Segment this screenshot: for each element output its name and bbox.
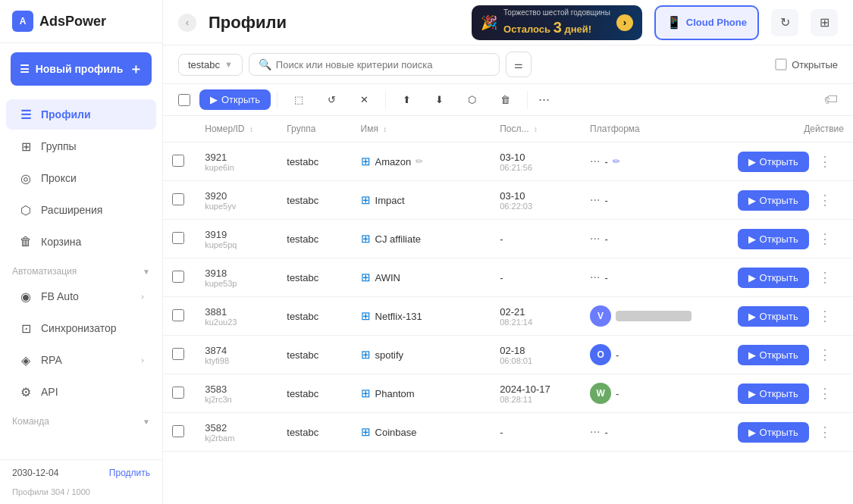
sidebar-item-fb-auto[interactable]: ◉ FB Auto › (6, 281, 156, 311)
grid-view-button[interactable]: ⊞ (811, 9, 838, 36)
open-profile-button[interactable]: ▶Открыть (738, 152, 809, 172)
sidebar-item-api[interactable]: ⚙ API (6, 377, 156, 407)
row-checkbox[interactable] (172, 387, 184, 399)
delete-button[interactable]: 🗑 (490, 89, 521, 110)
row-action-group: ▶Открыть⋮ (738, 227, 844, 250)
row-checkbox[interactable] (172, 271, 184, 283)
row-group: testabc (287, 427, 318, 438)
platform-cell: ···- (590, 232, 720, 246)
api-icon: ⚙ (18, 384, 33, 399)
row-more-button[interactable]: ⋮ (815, 189, 835, 211)
proxy-icon: ◎ (18, 171, 33, 186)
row-more-button[interactable]: ⋮ (815, 305, 835, 327)
refresh-button[interactable]: ↻ (771, 9, 798, 36)
profiles-table: Номер/ID ↕ Группа Имя ↕ Посл... ↕ Платфо… (163, 116, 853, 452)
search-input[interactable] (276, 59, 490, 70)
row-checkbox[interactable] (172, 309, 184, 321)
cloud-phone-label: Cloud Phone (686, 17, 747, 28)
row-more-button[interactable]: ⋮ (815, 227, 835, 250)
open-profile-button[interactable]: ▶Открыть (738, 268, 809, 288)
row-more-button[interactable]: ⋮ (815, 266, 835, 289)
windows-icon: ⊞ (361, 348, 371, 362)
last-time: 06:21:56 (500, 163, 572, 172)
close-button[interactable]: ✕ (350, 89, 379, 110)
platform-cell: W- (590, 383, 720, 404)
open-selected-button[interactable]: ▶ Открыть (199, 89, 271, 110)
open-profile-button[interactable]: ▶Открыть (738, 229, 809, 249)
rpa-label: RPA (41, 354, 62, 366)
sidebar-item-rpa[interactable]: ◈ RPA › (6, 345, 156, 375)
sidebar-item-profiles[interactable]: ☰ Профили (6, 99, 156, 130)
row-checkbox[interactable] (172, 155, 184, 167)
select-all-checkbox[interactable] (178, 94, 190, 106)
advanced-filter-button[interactable]: ⚌ (506, 52, 532, 77)
row-sub-id: ktyfi98 (205, 356, 268, 365)
platform-cell: ···- (590, 193, 720, 207)
row-checkbox[interactable] (172, 425, 184, 437)
col-id[interactable]: Номер/ID ↕ (196, 116, 278, 142)
open-profile-button[interactable]: ▶Открыть (738, 383, 809, 404)
row-more-button[interactable]: ⋮ (815, 382, 835, 405)
col-last[interactable]: Посл... ↕ (491, 116, 581, 142)
platform-dots-icon[interactable]: ··· (590, 232, 600, 246)
action-divider-1 (277, 91, 278, 109)
open-profiles-checkbox[interactable] (775, 58, 787, 70)
open-profile-button[interactable]: ▶Открыть (738, 422, 809, 443)
open-profile-button[interactable]: ▶Открыть (738, 190, 809, 211)
group-filter[interactable]: testabc ▼ (178, 54, 243, 76)
extend-button[interactable]: Продлить (109, 468, 150, 478)
row-sub-id: kj2rc3n (205, 395, 268, 404)
platform-dots-icon[interactable]: ··· (590, 155, 600, 168)
sync-button[interactable]: ↺ (317, 89, 347, 110)
row-group-cell: testabc (278, 297, 351, 336)
promo-banner[interactable]: 🎉 Торжество шестой годовщины Осталось 3 … (472, 5, 642, 40)
profiles-label: Профили (41, 108, 91, 121)
browser-view-button[interactable]: ⬚ (284, 89, 314, 110)
row-action-group: ▶Открыть⋮ (738, 421, 844, 443)
download-button[interactable]: ⬇ (425, 89, 454, 110)
upload-button[interactable]: ⬆ (392, 89, 422, 110)
browser-icon: ⬚ (294, 94, 303, 105)
new-profile-button[interactable]: ☰ Новый профиль ＋ (11, 52, 152, 86)
share-button[interactable]: ⬡ (457, 89, 487, 110)
sidebar-item-trash[interactable]: 🗑 Корзина (6, 227, 156, 257)
row-more-button[interactable]: ⋮ (815, 421, 835, 443)
row-group: testabc (287, 272, 318, 283)
delete-icon: 🗑 (500, 94, 510, 105)
sidebar-item-extensions[interactable]: ⬡ Расширения (6, 195, 156, 225)
sidebar-item-sync[interactable]: ⊡ Синхронизатор (6, 313, 156, 343)
row-more-button[interactable]: ⋮ (815, 150, 835, 173)
windows-icon: ⊞ (361, 232, 371, 246)
platform-dots-icon[interactable]: ··· (590, 193, 600, 207)
platform-dots-icon[interactable]: ··· (590, 425, 600, 439)
row-more-button[interactable]: ⋮ (815, 343, 835, 366)
platform-edit-icon[interactable]: ✏ (613, 156, 620, 167)
row-checkbox[interactable] (172, 348, 184, 360)
row-checkbox[interactable] (172, 193, 184, 205)
rpa-chevron-icon: › (141, 355, 144, 365)
tag-icon[interactable]: 🏷 (824, 92, 838, 108)
more-actions-button[interactable]: ··· (534, 89, 554, 111)
cloud-phone-button[interactable]: 📱 Cloud Phone (654, 5, 759, 40)
sidebar-collapse-button[interactable]: ‹ (178, 14, 196, 32)
open-profiles-filter[interactable]: Открытые (775, 58, 838, 70)
row-id: 3921 (205, 152, 268, 163)
profile-name-text: Netflix-131 (375, 311, 422, 322)
platform-dots-icon[interactable]: ··· (590, 271, 600, 284)
platform-avatar: V (590, 305, 611, 327)
main-header: ‹ Профили 🎉 Торжество шестой годовщины О… (163, 0, 853, 45)
col-group[interactable]: Группа (278, 116, 351, 142)
open-profile-icon: ▶ (748, 311, 756, 322)
open-profile-icon: ▶ (748, 388, 756, 399)
col-name[interactable]: Имя ↕ (352, 116, 491, 142)
open-profile-button[interactable]: ▶Открыть (738, 345, 809, 365)
sidebar-item-proxy[interactable]: ◎ Прокси (6, 163, 156, 193)
sidebar-item-groups[interactable]: ⊞ Группы (6, 131, 156, 161)
extensions-icon: ⬡ (18, 202, 33, 218)
search-box[interactable]: 🔍 (249, 53, 500, 76)
edit-profile-icon[interactable]: ✏ (416, 156, 423, 167)
open-profile-button[interactable]: ▶Открыть (738, 306, 809, 327)
row-checkbox[interactable] (172, 232, 184, 244)
profile-name-text: Amazon (375, 156, 412, 167)
row-action-group: ▶Открыть⋮ (738, 305, 844, 327)
